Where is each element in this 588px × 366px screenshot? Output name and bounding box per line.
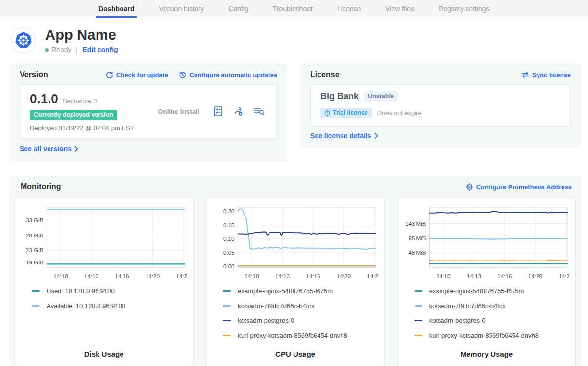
app-status-label: Ready: [51, 46, 71, 53]
svg-text:14:16: 14:16: [497, 273, 512, 279]
chevron-right-icon: [374, 133, 378, 139]
memory-usage-legend: example-nginx-54f8f76755-l675mkotsadm-7f…: [404, 288, 569, 346]
cpu-usage-legend: example-nginx-54f8f76755-l675mkotsadm-7f…: [212, 288, 378, 346]
svg-text:19 GiB: 19 GiB: [26, 259, 44, 265]
tab-view-files[interactable]: View files: [384, 0, 415, 18]
monitoring-section: Monitoring Configure Prometheus Address …: [10, 176, 581, 366]
disk-usage-chart-title: Disk Usage: [21, 347, 187, 358]
top-nav: DashboardVersion historyConfigTroublesho…: [0, 0, 588, 18]
legend-color-dash: [415, 305, 422, 307]
channel-badge: Unstable: [364, 91, 398, 102]
svg-text:14:20: 14:20: [337, 273, 351, 279]
app-header: App Name Ready Edit config: [0, 18, 588, 53]
legend-label: kurl-proxy-kotsadm-8569fb6454-dnvh8: [429, 332, 539, 339]
legend-item: kurl-proxy-kotsadm-8569fb6454-dnvh8: [415, 332, 569, 339]
legend-item: Used: 10.128.0.96:9100: [32, 288, 187, 295]
svg-text:14:23: 14:23: [176, 273, 187, 279]
svg-text:14:16: 14:16: [115, 273, 129, 279]
disk-usage-chart-plot: 14:1014:1314:1614:2014:2333 GiB28 GiB23 …: [21, 204, 187, 283]
svg-text:0.15: 0.15: [223, 222, 235, 228]
current-version-card: 0.1.0 Sequence 0 Currently deployed vers…: [20, 84, 277, 139]
tab-registry-settings[interactable]: Registry settings: [438, 0, 490, 18]
legend-label: kurl-proxy-kotsadm-8569fb6454-dnvh8: [238, 332, 347, 339]
legend-color-dash: [32, 290, 40, 292]
sync-license-button[interactable]: Sync license: [521, 71, 571, 78]
legend-item: kotsadm-postgres-0: [415, 317, 569, 324]
refresh-icon: [106, 71, 113, 78]
legend-label: kotsadm-7f9dc7d66c-b4tcx: [238, 302, 314, 310]
legend-color-dash: [415, 320, 422, 321]
legend-color-dash: [32, 305, 40, 307]
stopwatch-icon: [324, 110, 330, 116]
divider: [76, 46, 77, 53]
cpu-usage-chart-card: 14:1014:1314:1614:2014:230.200.150.100.0…: [206, 198, 384, 366]
legend-label: kotsadm-7f9dc7d66c-b4tcx: [429, 302, 506, 310]
memory-usage-chart-title: Memory Usage: [404, 347, 569, 358]
memory-usage-chart-card: 14:1014:1314:1614:2014:23143 MiB95 MiB48…: [397, 198, 576, 366]
monitoring-section-title: Monitoring: [21, 183, 61, 191]
svg-text:14:10: 14:10: [436, 273, 451, 279]
tab-license[interactable]: License: [336, 0, 362, 18]
configure-automatic-updates-button[interactable]: Configure automatic updates: [179, 71, 277, 78]
legend-color-dash: [415, 290, 422, 292]
configure-prometheus-button[interactable]: Configure Prometheus Address: [466, 183, 572, 191]
svg-text:14:20: 14:20: [146, 273, 160, 279]
license-card: Big Bank Unstable Trial license Does not…: [310, 84, 571, 126]
view-logs-icon[interactable]: [252, 105, 265, 117]
legend-item: example-nginx-54f8f76755-l675m: [223, 288, 378, 295]
disk-usage-legend: Used: 10.128.0.96:9100Available: 10.128.…: [21, 288, 187, 317]
cpu-usage-chart-title: CPU Usage: [212, 347, 378, 358]
tab-troubleshoot[interactable]: Troubleshoot: [272, 0, 314, 18]
legend-item: kotsadm-7f9dc7d66c-b4tcx: [415, 302, 569, 310]
sync-arrows-icon: [521, 71, 529, 78]
preflight-checks-icon[interactable]: [212, 105, 224, 117]
svg-text:23 GiB: 23 GiB: [26, 247, 44, 253]
customer-name: Big Bank: [320, 91, 359, 102]
tab-dashboard[interactable]: Dashboard: [98, 0, 135, 18]
legend-item: kotsadm-7f9dc7d66c-b4tcx: [223, 302, 378, 310]
tab-version-history[interactable]: Version history: [158, 0, 205, 18]
tab-label: Config: [228, 5, 248, 13]
check-for-update-button[interactable]: Check for update: [106, 71, 168, 78]
svg-text:14:23: 14:23: [368, 273, 378, 279]
tab-label: Version history: [159, 5, 204, 13]
see-all-versions-link[interactable]: See all versions: [20, 145, 78, 153]
trial-license-badge: Trial license: [320, 108, 372, 118]
svg-text:0.10: 0.10: [223, 235, 235, 242]
tab-label: License: [337, 5, 361, 13]
svg-text:14:16: 14:16: [306, 273, 320, 279]
svg-text:0.20: 0.20: [223, 208, 235, 214]
svg-text:14:23: 14:23: [559, 273, 569, 279]
svg-text:95 MiB: 95 MiB: [408, 235, 426, 241]
svg-text:14:20: 14:20: [528, 273, 542, 279]
legend-color-dash: [415, 335, 422, 336]
currently-deployed-badge: Currently deployed version: [30, 110, 117, 120]
see-license-details-link[interactable]: See license details: [310, 132, 378, 140]
tab-label: View files: [385, 5, 414, 13]
license-section: License Sync license Big Bank Unstable: [300, 63, 581, 148]
gear-icon: [466, 183, 473, 191]
tab-config[interactable]: Config: [227, 0, 249, 18]
legend-label: example-nginx-54f8f76755-l675m: [238, 288, 333, 295]
expiration-label: Does not expire: [377, 109, 422, 117]
legend-item: kotsadm-postgres-0: [223, 317, 378, 324]
version-number: 0.1.0: [30, 91, 58, 106]
legend-color-dash: [223, 320, 231, 321]
config-wrench-icon[interactable]: [232, 105, 244, 117]
version-section-title: Version: [20, 70, 48, 79]
svg-text:28 GiB: 28 GiB: [26, 232, 44, 238]
memory-usage-chart-plot: 14:1014:1314:1614:2014:23143 MiB95 MiB48…: [404, 204, 569, 283]
ready-status-dot: [45, 48, 49, 52]
svg-text:14:13: 14:13: [275, 273, 290, 279]
svg-text:14:10: 14:10: [245, 273, 260, 279]
legend-item: example-nginx-54f8f76755-l675m: [415, 288, 569, 295]
license-section-title: License: [310, 70, 340, 79]
tab-label: Troubleshoot: [273, 5, 313, 13]
legend-label: kotsadm-postgres-0: [238, 317, 294, 324]
disk-usage-chart-card: 14:1014:1314:1614:2014:2333 GiB28 GiB23 …: [15, 198, 193, 366]
tab-label: Registry settings: [439, 5, 489, 13]
edit-config-link[interactable]: Edit config: [82, 46, 118, 53]
legend-color-dash: [223, 290, 231, 292]
svg-text:0.05: 0.05: [223, 249, 235, 256]
legend-label: Used: 10.128.0.96:9100: [47, 288, 115, 295]
